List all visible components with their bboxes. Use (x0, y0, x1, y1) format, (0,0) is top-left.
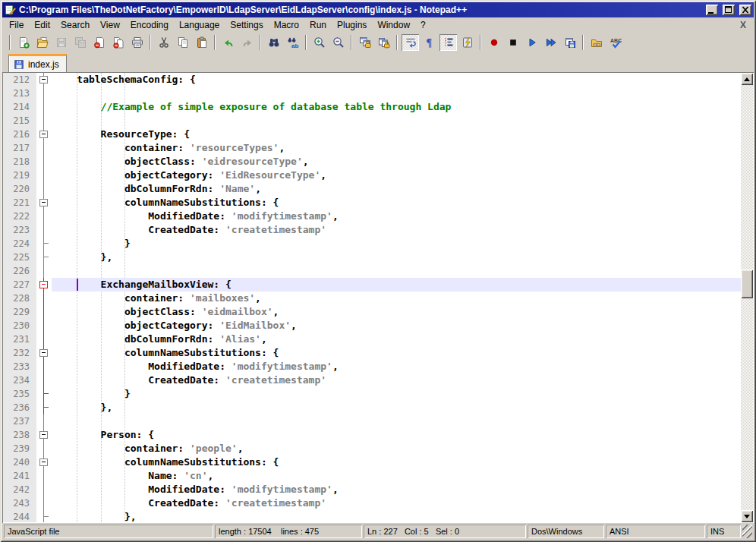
fold-margin-cell[interactable] (36, 469, 52, 483)
code-line[interactable] (52, 114, 741, 128)
code-line[interactable]: ModifiedDate: 'modifytimestamp', (52, 210, 741, 223)
code-line[interactable]: }, (52, 401, 741, 414)
code-line[interactable]: dbColumnForRdn: 'Name', (52, 182, 741, 196)
menu-encoding[interactable]: Encoding (125, 18, 174, 32)
editor-line-214[interactable]: 214 //Example of simple exposure of data… (3, 100, 741, 114)
fold-margin-cell[interactable] (36, 346, 52, 360)
fold-margin-cell[interactable] (36, 373, 52, 387)
code-line[interactable]: objectClass: 'eidmailbox', (52, 305, 741, 319)
editor-line-217[interactable]: 217 container: 'resourceTypes', (3, 141, 741, 155)
fold-margin-cell[interactable] (36, 73, 52, 87)
fold-collapse-icon[interactable] (39, 199, 48, 206)
macro-record-button[interactable] (485, 34, 502, 51)
fold-collapse-icon[interactable] (39, 281, 48, 288)
fold-collapse-icon[interactable] (39, 431, 48, 439)
menu-window[interactable]: Window (372, 18, 415, 32)
replace-button[interactable]: ab (284, 34, 301, 51)
code-line[interactable]: CreatedDate: 'createtimestamp' (52, 496, 741, 510)
close-all-button[interactable] (109, 34, 127, 51)
fold-margin-cell[interactable] (36, 401, 52, 414)
editor-line-212[interactable]: 212 tableSchemaConfig: { (3, 73, 741, 87)
editor-line-220[interactable]: 220 dbColumnForRdn: 'Name', (3, 182, 741, 196)
code-line[interactable]: }, (52, 510, 741, 522)
code-line[interactable] (52, 414, 741, 428)
fold-margin-cell[interactable] (36, 114, 52, 128)
fold-margin-cell[interactable] (36, 169, 52, 182)
fold-margin-cell[interactable] (36, 210, 52, 223)
macro-play-button[interactable] (523, 34, 540, 51)
editor-line-228[interactable]: 228 container: 'mailboxes', (3, 291, 741, 305)
code-line[interactable]: }, (52, 251, 741, 264)
code-line[interactable]: objectCategory: 'EidResourceType', (52, 169, 741, 182)
fold-margin-cell[interactable] (36, 483, 52, 496)
code-line[interactable]: CreatedDate: 'createtimestamp' (52, 373, 741, 387)
editor-line-222[interactable]: 222 ModifiedDate: 'modifytimestamp', (3, 210, 741, 223)
fold-margin-cell[interactable] (36, 291, 52, 305)
editor-line-231[interactable]: 231 dbColumnForRdn: 'Alias', (3, 332, 741, 346)
editor-line-229[interactable]: 229 objectClass: 'eidmailbox', (3, 305, 741, 319)
fold-margin-cell[interactable] (36, 496, 52, 510)
menu-run[interactable]: Run (304, 18, 332, 32)
code-line[interactable]: CreatedDate: 'createtimestamp' (52, 223, 741, 237)
fold-margin-cell[interactable] (36, 87, 52, 100)
fold-collapse-icon[interactable] (39, 131, 48, 138)
fold-margin-cell[interactable] (36, 305, 52, 319)
fold-margin-cell[interactable] (36, 182, 52, 196)
code-line[interactable]: tableSchemaConfig: { (52, 73, 741, 87)
code-line[interactable]: container: 'mailboxes', (52, 291, 741, 305)
scroll-up-button[interactable] (741, 73, 753, 85)
editor-line-213[interactable]: 213 (3, 87, 741, 100)
editor-line-235[interactable]: 235 } (3, 387, 741, 401)
code-line[interactable]: columnNameSubstitutions: { (52, 455, 741, 469)
open-file-button[interactable] (33, 34, 51, 51)
scrollbar-thumb[interactable] (741, 269, 753, 298)
code-line[interactable]: } (52, 237, 741, 251)
menu-help[interactable]: ? (415, 18, 431, 32)
menu-plugins[interactable]: Plugins (332, 18, 372, 32)
code-line[interactable]: dbColumnForRdn: 'Alias', (52, 332, 741, 346)
cut-button[interactable] (155, 34, 172, 51)
code-line[interactable] (52, 264, 741, 278)
editor-line-244[interactable]: 244 }, (3, 510, 741, 522)
editor-line-243[interactable]: 243 CreatedDate: 'createtimestamp' (3, 496, 741, 510)
fold-margin-cell[interactable] (36, 414, 52, 428)
fold-collapse-icon[interactable] (39, 76, 48, 84)
code-line[interactable]: objectCategory: 'EidMailbox', (52, 319, 741, 332)
fold-margin-cell[interactable] (36, 100, 52, 114)
menu-macro[interactable]: Macro (269, 18, 304, 32)
fold-margin-cell[interactable] (36, 155, 52, 169)
code-line[interactable]: //Example of simple exposure of database… (52, 100, 741, 114)
scroll-down-button[interactable] (741, 510, 753, 522)
editor-line-232[interactable]: 232 columnNameSubstitutions: { (3, 346, 741, 360)
fold-collapse-icon[interactable] (39, 349, 48, 357)
fold-margin-cell[interactable] (36, 455, 52, 469)
resize-grip[interactable] (742, 525, 752, 538)
maximize-button[interactable] (723, 5, 735, 15)
print-button[interactable] (128, 34, 146, 51)
code-line[interactable]: container: 'resourceTypes', (52, 141, 741, 155)
indent-guide-button[interactable] (439, 34, 457, 51)
menu-view[interactable]: View (95, 18, 125, 32)
word-wrap-button[interactable] (402, 34, 419, 51)
spell-check-button[interactable]: ABC (606, 34, 624, 51)
scrollbar-track[interactable] (741, 85, 753, 510)
editor-line-242[interactable]: 242 ModifiedDate: 'modifytimestamp', (3, 483, 741, 496)
editor-line-234[interactable]: 234 CreatedDate: 'createtimestamp' (3, 373, 741, 387)
fold-margin-cell[interactable] (36, 237, 52, 251)
code-line[interactable]: Person: { (52, 428, 741, 442)
editor-line-238[interactable]: 238 Person: { (3, 428, 741, 442)
menu-file[interactable]: File (4, 18, 29, 32)
fold-margin-cell[interactable] (36, 332, 52, 346)
macro-run-multiple-button[interactable] (542, 34, 559, 51)
new-file-button[interactable] (14, 34, 32, 51)
fold-margin-cell[interactable] (36, 387, 52, 401)
function-completion-button[interactable] (458, 34, 476, 51)
menu-edit[interactable]: Edit (29, 18, 55, 32)
editor-line-239[interactable]: 239 container: 'people', (3, 442, 741, 455)
code-line[interactable]: ResourceType: { (52, 128, 741, 141)
code-line[interactable]: ExchangeMailboxView: { (52, 278, 741, 291)
close-file-button[interactable] (90, 34, 108, 51)
paste-button[interactable] (193, 34, 210, 51)
fold-margin-cell[interactable] (36, 251, 52, 264)
vertical-scrollbar[interactable] (741, 73, 753, 522)
